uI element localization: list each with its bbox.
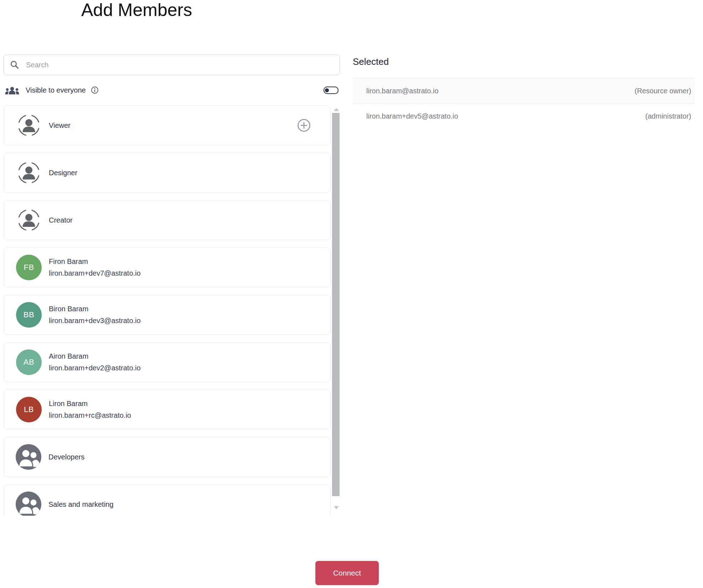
groups-icon bbox=[5, 86, 19, 95]
selected-role: (Resource owner) bbox=[635, 87, 691, 95]
list-item-viewer[interactable]: Viewer bbox=[4, 105, 331, 145]
selected-role: (administrator) bbox=[645, 112, 691, 120]
members-list: Viewer Designer Creator FB Firon Baram l… bbox=[4, 105, 331, 516]
visibility-toggle[interactable] bbox=[324, 87, 338, 94]
connect-button[interactable]: Connect bbox=[315, 561, 379, 585]
list-item-label: Creator bbox=[49, 216, 73, 224]
user-email: liron.baram+rc@astrato.io bbox=[49, 410, 131, 421]
list-item-creator[interactable]: Creator bbox=[4, 200, 331, 240]
list-item-label: Sales and marketing bbox=[48, 500, 113, 509]
selected-email: liron.baram+dev5@astrato.io bbox=[366, 112, 458, 120]
scrollbar-thumb[interactable] bbox=[332, 113, 340, 496]
selected-heading: Selected bbox=[353, 56, 389, 67]
selected-row: liron.baram+dev5@astrato.io (administrat… bbox=[353, 104, 695, 129]
search-box bbox=[4, 54, 340, 75]
user-email: liron.baram+dev2@astrato.io bbox=[49, 362, 141, 374]
list-item-designer[interactable]: Designer bbox=[4, 153, 331, 193]
info-icon[interactable] bbox=[91, 86, 99, 94]
list-item-user[interactable]: LB Liron Baram liron.baram+rc@astrato.io bbox=[4, 390, 331, 430]
list-item-label: Viewer bbox=[49, 121, 71, 130]
user-email: liron.baram+dev7@astrato.io bbox=[49, 267, 141, 279]
avatar: LB bbox=[16, 397, 42, 422]
selected-email: liron.baram@astrato.io bbox=[366, 87, 439, 95]
add-plus-icon[interactable] bbox=[297, 119, 311, 132]
avatar: FB bbox=[16, 255, 42, 280]
role-person-icon bbox=[16, 113, 42, 138]
group-avatar-icon bbox=[16, 444, 41, 470]
user-name: Biron Baram bbox=[49, 303, 141, 315]
role-person-icon bbox=[16, 160, 42, 186]
page-title: Add Members bbox=[81, 0, 192, 22]
user-name: Airon Baram bbox=[49, 350, 141, 362]
visibility-row: Visible to everyone bbox=[4, 83, 340, 97]
list-item-label: Developers bbox=[48, 453, 84, 461]
role-person-icon bbox=[16, 207, 42, 233]
list-item-user[interactable]: AB Airon Baram liron.baram+dev2@astrato.… bbox=[4, 342, 331, 382]
scroll-down-arrow[interactable] bbox=[334, 506, 339, 509]
selected-row: liron.baram@astrato.io (Resource owner) bbox=[353, 78, 695, 104]
toggle-knob bbox=[325, 88, 329, 92]
user-email: liron.baram+dev3@astrato.io bbox=[49, 315, 141, 327]
group-avatar-icon bbox=[16, 491, 41, 516]
search-input[interactable] bbox=[25, 61, 340, 69]
list-item-user[interactable]: BB Biron Baram liron.baram+dev3@astrato.… bbox=[4, 295, 331, 335]
search-icon bbox=[10, 60, 20, 70]
scroll-up-arrow[interactable] bbox=[334, 108, 339, 111]
list-item-group[interactable]: Developers bbox=[4, 437, 331, 477]
avatar: AB bbox=[16, 349, 42, 375]
list-item-user[interactable]: FB Firon Baram liron.baram+dev7@astrato.… bbox=[4, 248, 331, 287]
selected-list: liron.baram@astrato.io (Resource owner) … bbox=[353, 78, 695, 129]
list-item-group[interactable]: Sales and marketing bbox=[4, 484, 331, 516]
user-name: Liron Baram bbox=[49, 398, 131, 410]
visibility-label: Visible to everyone bbox=[26, 86, 86, 94]
user-name: Firon Baram bbox=[49, 256, 141, 267]
avatar: BB bbox=[16, 302, 42, 328]
list-item-label: Designer bbox=[49, 169, 77, 177]
